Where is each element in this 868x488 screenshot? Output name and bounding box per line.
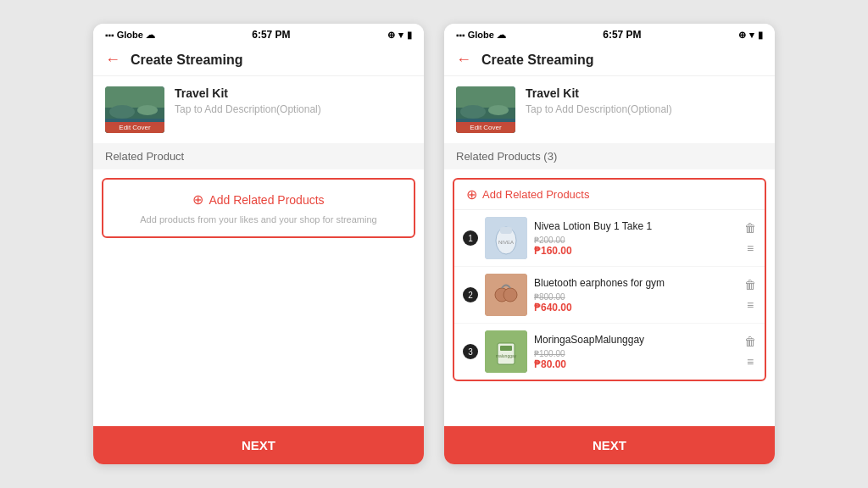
phone-screen-left: ▪▪▪ Globe ☁ 6:57 PM ⊕ ▾ ▮ ← Create Strea…	[93, 24, 424, 464]
svg-point-2	[109, 105, 135, 119]
signal-icon-right: ▪▪▪	[456, 30, 465, 40]
back-button-left[interactable]: ←	[105, 51, 120, 69]
product-price-3: ₱80.00	[534, 358, 737, 370]
next-button-right[interactable]: NEXT	[444, 426, 775, 464]
edit-cover-btn-left[interactable]: Edit Cover	[105, 122, 164, 133]
section-label-left: Related Product	[105, 150, 184, 163]
phone-screen-right: ▪▪▪ Globe ☁ 6:57 PM ⊕ ▾ ▮ ← Create Strea…	[444, 24, 775, 464]
cover-image-wrapper-left[interactable]: Edit Cover	[105, 86, 164, 133]
cover-section-left: Edit Cover Travel Kit Tap to Add Descrip…	[93, 76, 424, 143]
add-btn-label-left: Add Related Products	[209, 193, 324, 207]
back-button-right[interactable]: ←	[456, 51, 471, 69]
cover-desc-right[interactable]: Tap to Add Description(Optional)	[526, 103, 763, 115]
status-right: ⊕ ▾ ▮	[387, 30, 412, 41]
svg-text:NIVEA: NIVEA	[498, 240, 514, 245]
location-icon: ⊕	[387, 30, 395, 41]
product-thumb-img-1: NIVEA	[485, 217, 527, 259]
product-name-3: MoringaSoapMalunggay	[534, 334, 737, 346]
section-header-right: Related Products (3)	[444, 143, 775, 169]
section-label-right: Related Products (3)	[456, 150, 557, 163]
product-actions-2: 🗑 ≡	[744, 278, 756, 312]
product-original-price-1: ₱200.00	[534, 236, 737, 245]
product-thumb-3: malunggay	[485, 330, 527, 373]
products-box-right: ⊕ Add Related Products 1 NIVEA	[453, 178, 766, 381]
product-info-3: MoringaSoapMalunggay ₱100.00 ₱80.00	[534, 334, 737, 370]
add-more-icon-right: ⊕	[466, 186, 477, 202]
product-name-1: Nivea Lotion Buy 1 Take 1	[534, 220, 737, 232]
product-info-2: Bluetooth earphones for gym ₱800.00 ₱640…	[534, 277, 737, 313]
product-info-1: Nivea Lotion Buy 1 Take 1 ₱200.00 ₱160.0…	[534, 220, 737, 257]
product-thumb-1: NIVEA	[485, 217, 527, 259]
section-header-left: Related Product	[93, 143, 424, 169]
svg-point-7	[460, 105, 486, 119]
add-more-btn-right[interactable]: ⊕ Add Related Products	[454, 180, 765, 210]
time-right: 6:57 PM	[603, 29, 641, 41]
product-actions-3: 🗑 ≡	[744, 335, 756, 369]
wifi-status-icon-right: ▾	[749, 30, 754, 41]
drag-icon-1[interactable]: ≡	[747, 241, 754, 255]
svg-point-8	[488, 105, 509, 115]
status-left-right: ▪▪▪ Globe ☁	[456, 30, 506, 41]
drag-icon-2[interactable]: ≡	[747, 298, 754, 312]
cover-desc-left[interactable]: Tap to Add Description(Optional)	[175, 103, 412, 115]
cover-image-wrapper-right[interactable]: Edit Cover	[456, 86, 515, 133]
add-more-label-right: Add Related Products	[482, 188, 589, 201]
delete-icon-3[interactable]: 🗑	[744, 335, 756, 348]
helper-text-left: Add products from your likes and your sh…	[140, 214, 376, 225]
product-number-3: 3	[463, 344, 478, 359]
add-products-box-left: ⊕ Add Related Products Add products from…	[102, 178, 415, 238]
drag-icon-3[interactable]: ≡	[747, 355, 754, 369]
cover-info-left: Travel Kit Tap to Add Description(Option…	[175, 86, 412, 115]
product-actions-1: 🗑 ≡	[744, 221, 756, 255]
product-original-price-3: ₱100.00	[534, 349, 737, 358]
page-title-left: Create Streaming	[131, 53, 243, 68]
product-item-1: 1 NIVEA Nivea Lotion Buy 1 Take	[454, 210, 765, 267]
header-left: ← Create Streaming	[93, 44, 424, 76]
product-original-price-2: ₱800.00	[534, 292, 737, 302]
cover-section-right: Edit Cover Travel Kit Tap to Add Descrip…	[444, 76, 775, 143]
battery-icon: ▮	[407, 30, 412, 41]
delete-icon-2[interactable]: 🗑	[744, 278, 756, 291]
delete-icon-1[interactable]: 🗑	[744, 221, 756, 235]
product-thumb-2	[485, 274, 527, 316]
status-left: ▪▪▪ Globe ☁	[105, 30, 155, 41]
product-name-2: Bluetooth earphones for gym	[534, 277, 737, 289]
section-content-right: ⊕ Add Related Products 1 NIVEA	[444, 169, 775, 426]
section-content-left: ⊕ Add Related Products Add products from…	[93, 169, 424, 426]
wifi-status-icon: ▾	[398, 30, 403, 41]
status-bar-right: ▪▪▪ Globe ☁ 6:57 PM ⊕ ▾ ▮	[444, 24, 775, 44]
carrier-name: Globe	[117, 30, 143, 40]
svg-point-16	[504, 288, 517, 302]
svg-text:malunggay: malunggay	[496, 353, 517, 358]
svg-rect-20	[500, 346, 512, 351]
wifi-icon-right: ☁	[497, 30, 506, 41]
wifi-icon: ☁	[146, 30, 155, 41]
product-price-2: ₱640.00	[534, 302, 737, 313]
carrier-name-right: Globe	[468, 30, 494, 40]
product-item-2: 2 Bluetooth earphones for gym	[454, 267, 765, 324]
product-thumb-img-3: malunggay	[485, 330, 527, 373]
edit-cover-btn-right[interactable]: Edit Cover	[456, 122, 515, 133]
svg-rect-12	[500, 227, 512, 234]
battery-icon-right: ▮	[758, 30, 763, 41]
product-number-2: 2	[463, 287, 478, 302]
cover-info-right: Travel Kit Tap to Add Description(Option…	[526, 86, 763, 115]
header-right: ← Create Streaming	[444, 44, 775, 76]
add-related-products-btn-left[interactable]: ⊕ Add Related Products	[192, 191, 324, 208]
status-bar-left: ▪▪▪ Globe ☁ 6:57 PM ⊕ ▾ ▮	[93, 24, 424, 44]
svg-point-3	[137, 105, 158, 115]
add-circle-icon-left: ⊕	[192, 191, 203, 208]
signal-icon: ▪▪▪	[105, 30, 114, 40]
product-price-1: ₱160.00	[534, 245, 737, 257]
next-button-left[interactable]: NEXT	[93, 426, 424, 464]
product-item-3: 3 malunggay MoringaSoapMalunggay	[454, 324, 765, 380]
product-thumb-img-2	[485, 274, 527, 316]
product-number-1: 1	[463, 230, 478, 246]
page-title-right: Create Streaming	[481, 53, 594, 68]
cover-title-right: Travel Kit	[526, 86, 763, 100]
cover-title-left: Travel Kit	[175, 86, 412, 100]
time-left: 6:57 PM	[252, 29, 290, 41]
status-right-right: ⊕ ▾ ▮	[738, 30, 763, 41]
location-icon-right: ⊕	[738, 30, 746, 41]
